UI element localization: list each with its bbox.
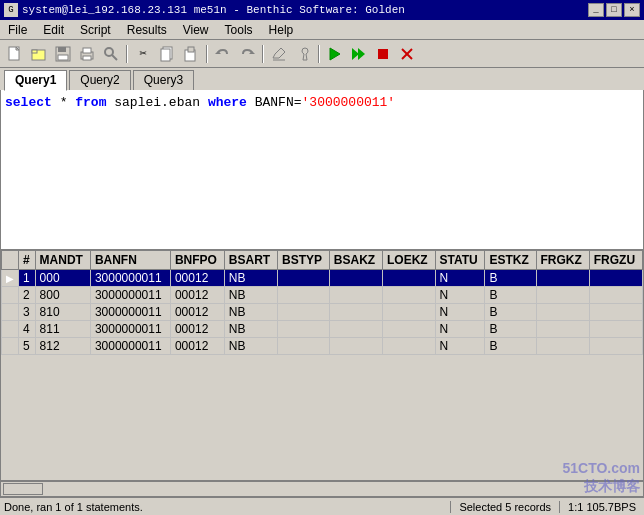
table-cell: 00012 [170, 287, 224, 304]
title-bar: G system@lei_192.168.23.131 me51n - Bent… [0, 0, 644, 20]
svg-rect-14 [188, 47, 194, 52]
table-cell: 00012 [170, 270, 224, 287]
table-cell: N [435, 304, 485, 321]
svg-rect-5 [58, 55, 68, 60]
toolbar: ✂ [0, 40, 644, 68]
close-query-button[interactable] [396, 43, 418, 65]
row-indicator-cell [2, 321, 19, 338]
run-button[interactable] [324, 43, 346, 65]
table-cell: NB [224, 270, 277, 287]
svg-rect-12 [161, 49, 170, 61]
table-header-row: # MANDT BANFN BNFPO BSART BSTYP BSAKZ LO… [2, 251, 643, 270]
edit-button[interactable] [268, 43, 290, 65]
menu-file[interactable]: File [4, 22, 31, 38]
sql-star: * [60, 95, 76, 110]
table-row[interactable]: 4811300000001100012NBNB [2, 321, 643, 338]
results-container[interactable]: # MANDT BANFN BNFPO BSART BSTYP BSAKZ LO… [0, 250, 644, 481]
menu-results[interactable]: Results [123, 22, 171, 38]
save-button[interactable] [52, 43, 74, 65]
results-table: # MANDT BANFN BNFPO BSART BSTYP BSAKZ LO… [1, 250, 643, 355]
table-cell: B [485, 338, 536, 355]
close-button[interactable]: × [624, 3, 640, 17]
col-bstyp: BSTYP [278, 251, 330, 270]
table-row[interactable]: 1000300000001100012NBNB [2, 270, 643, 287]
col-estkz: ESTKZ [485, 251, 536, 270]
sql-value: '3000000011' [302, 95, 396, 110]
table-cell: 3000000011 [90, 338, 170, 355]
query-editor[interactable]: select * from saplei.eban where BANFN='3… [0, 90, 644, 250]
table-cell [589, 321, 642, 338]
app-icon: G [4, 3, 18, 17]
col-bnfpo: BNFPO [170, 251, 224, 270]
menu-view[interactable]: View [179, 22, 213, 38]
col-bsakz: BSAKZ [329, 251, 382, 270]
stop-button[interactable] [372, 43, 394, 65]
table-cell [383, 287, 436, 304]
table-cell [329, 321, 382, 338]
svg-rect-8 [83, 56, 91, 60]
table-cell [536, 321, 589, 338]
table-cell [536, 287, 589, 304]
svg-line-10 [112, 55, 117, 60]
table-cell: 000 [35, 270, 90, 287]
col-frgkz: FRGKZ [536, 251, 589, 270]
menu-help[interactable]: Help [265, 22, 298, 38]
table-cell: NB [224, 321, 277, 338]
table-cell: N [435, 321, 485, 338]
svg-point-9 [105, 48, 113, 56]
sql-select: select [5, 95, 52, 110]
svg-marker-18 [330, 48, 340, 60]
maximize-button[interactable]: □ [606, 3, 622, 17]
table-cell: NB [224, 287, 277, 304]
row-indicator-cell [2, 338, 19, 355]
col-banfn: BANFN [90, 251, 170, 270]
col-indicator [2, 251, 19, 270]
toolbar-sep-2 [206, 45, 208, 63]
table-cell: B [485, 287, 536, 304]
table-cell: 00012 [170, 338, 224, 355]
tab-query3[interactable]: Query3 [133, 70, 194, 90]
scrollbar-thumb[interactable] [3, 483, 43, 495]
copy-button[interactable] [156, 43, 178, 65]
undo-button[interactable] [212, 43, 234, 65]
table-cell [278, 304, 330, 321]
table-cell [589, 304, 642, 321]
menu-tools[interactable]: Tools [221, 22, 257, 38]
col-frgzu: FRGZU [589, 251, 642, 270]
table-cell [329, 287, 382, 304]
status-position: 1:1 105.7BPS [560, 501, 644, 513]
redo-button[interactable] [236, 43, 258, 65]
horizontal-scrollbar[interactable] [0, 481, 644, 497]
table-cell [536, 304, 589, 321]
run-all-button[interactable] [348, 43, 370, 65]
table-row[interactable]: 5812300000001100012NBNB [2, 338, 643, 355]
table-row[interactable]: 3810300000001100012NBNB [2, 304, 643, 321]
open-button[interactable] [28, 43, 50, 65]
cut-button[interactable]: ✂ [132, 43, 154, 65]
table-cell: 3000000011 [90, 304, 170, 321]
window-controls[interactable]: _ □ × [588, 3, 640, 17]
tab-query1[interactable]: Query1 [4, 70, 67, 91]
paste-button[interactable] [180, 43, 202, 65]
tool-button[interactable] [292, 43, 314, 65]
table-cell: 00012 [170, 321, 224, 338]
table-cell [536, 270, 589, 287]
print-button[interactable] [76, 43, 98, 65]
minimize-button[interactable]: _ [588, 3, 604, 17]
table-row[interactable]: 2800300000001100012NBNB [2, 287, 643, 304]
toolbar-sep-3 [262, 45, 264, 63]
menu-edit[interactable]: Edit [39, 22, 68, 38]
find-button[interactable] [100, 43, 122, 65]
row-indicator-cell [2, 270, 19, 287]
table-cell: NB [224, 338, 277, 355]
title-bar-left: G system@lei_192.168.23.131 me51n - Bent… [4, 3, 405, 17]
menu-script[interactable]: Script [76, 22, 115, 38]
tab-query2[interactable]: Query2 [69, 70, 130, 90]
sql-where: where [208, 95, 247, 110]
toolbar-sep-1 [126, 45, 128, 63]
svg-rect-2 [32, 50, 37, 53]
new-button[interactable] [4, 43, 26, 65]
table-cell [278, 270, 330, 287]
sql-from: from [75, 95, 106, 110]
table-cell [589, 270, 642, 287]
